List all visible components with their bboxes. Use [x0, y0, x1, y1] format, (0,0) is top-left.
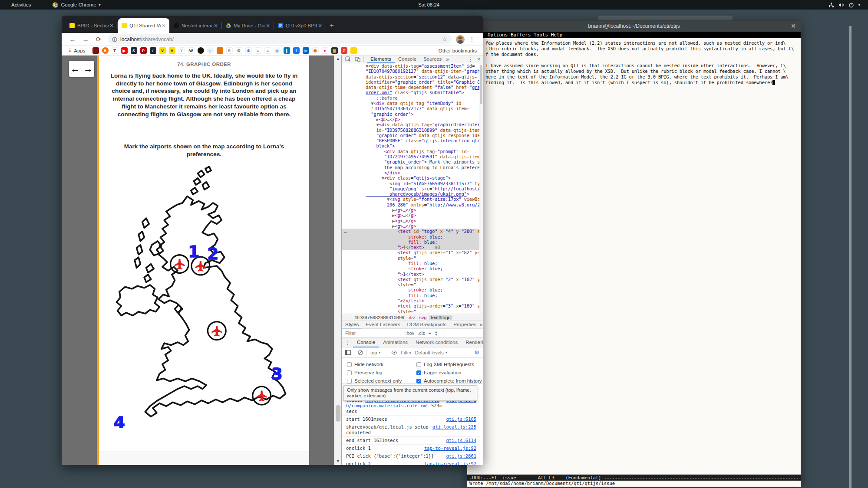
bookmark-facebook-icon[interactable]: f: [293, 47, 300, 54]
browser-tab[interactable]: BPIG - Section 3 Items✕: [66, 18, 117, 33]
checkbox-preserve-log[interactable]: Preserve log: [347, 370, 383, 376]
bookmark-r-icon[interactable]: R: [226, 47, 233, 54]
console-sidebar-icon[interactable]: [345, 350, 351, 355]
back-button[interactable]: ←: [66, 36, 79, 43]
bookmark-v-yellow-icon[interactable]: V: [159, 47, 166, 54]
breadcrumb-item[interactable]: svg: [417, 315, 428, 320]
elements-tree[interactable]: ▼<div data-qtijs-tag="assessmentItem" id…: [342, 63, 480, 314]
chevron-down-icon[interactable]: ▾: [858, 3, 860, 7]
prev-item-arrow[interactable]: ←: [70, 63, 80, 75]
dom-tree-node[interactable]: "ID1545071436472177" data-qtijs-item=: [342, 106, 480, 111]
order-label-3[interactable]: 3: [271, 364, 283, 383]
tab-styles[interactable]: Styles: [342, 321, 362, 329]
bookmark-pinboard-icon[interactable]: P: [140, 47, 147, 54]
emacs-buffer[interactable]: few places where the Information Model (…: [467, 38, 801, 475]
page-scrollbar[interactable]: ▲ ▼: [334, 56, 341, 465]
dom-tree-node[interactable]: ::before: [342, 95, 480, 101]
activities-button[interactable]: Activities: [11, 2, 31, 7]
dom-tree-node[interactable]: ▼<div data-qtijs-tag="graphicOrderIntera…: [342, 122, 480, 127]
dom-tree-node[interactable]: ▶<g>…</g>: [342, 218, 480, 223]
bookmark-tag-icon[interactable]: [350, 47, 357, 54]
source-link[interactable]: tap-to-reveal.js:92: [424, 445, 476, 451]
power-icon[interactable]: [848, 2, 854, 8]
bookmark-star-icon[interactable]: ☆: [442, 36, 447, 43]
network-icon[interactable]: [828, 2, 834, 8]
dom-tree-node[interactable]: </div>: [342, 170, 480, 175]
bookmark-youtube-icon[interactable]: ▶: [121, 47, 128, 54]
bookmark-slashdot-icon[interactable]: S: [131, 47, 137, 54]
dom-tree-node[interactable]: ▼<div class="qtijs-stage">: [342, 175, 480, 180]
other-bookmarks[interactable]: Other bookmarks: [439, 48, 477, 53]
address-bar[interactable]: localhost/sharedvocab/ ☆: [108, 34, 452, 44]
dom-tree-node[interactable]: identifier="graphic_order" title="Graphi…: [342, 79, 480, 85]
checkbox-eager-evaluation[interactable]: ✓Eager evaluation: [416, 370, 461, 376]
tab-close-icon[interactable]: ✕: [213, 23, 219, 29]
dom-tree-node[interactable]: ▶<g>…</g>: [342, 207, 480, 213]
dom-tree-node[interactable]: fill: blue;: [342, 293, 480, 298]
airport-hotspot[interactable]: [171, 255, 189, 273]
console-settings-gear-icon[interactable]: ⚙: [474, 349, 479, 356]
checkbox-hide-network[interactable]: Hide network: [347, 361, 383, 367]
info-icon[interactable]: [112, 37, 117, 42]
elements-scrollbar[interactable]: [479, 63, 483, 314]
dom-tree-node[interactable]: ▶<g>…</g>: [342, 213, 480, 218]
drawer-tab-console[interactable]: Console: [353, 338, 379, 347]
bookmark-bag-icon[interactable]: ▥: [331, 47, 338, 54]
dom-tree-node[interactable]: sharedvocab/images/ukair.png">: [342, 191, 480, 197]
apps-shortcut[interactable]: ⠿ Apps: [69, 48, 86, 53]
source-link[interactable]: qti.js:6105: [446, 416, 476, 422]
tab-sources[interactable]: Sources: [420, 56, 445, 63]
terminal-titlebar[interactable]: brianm@localhost:~/Documents/qti/qtijs ✕: [467, 20, 801, 32]
dom-tree-node[interactable]: ">1</text>: [342, 272, 480, 277]
cls-toggle[interactable]: .cls: [418, 331, 425, 336]
bookmark-slash-icon[interactable]: /: [150, 47, 156, 54]
bookmark-github-icon[interactable]: [198, 47, 204, 54]
tab-close-icon[interactable]: ✕: [265, 23, 271, 29]
dom-tree-node[interactable]: block">: [342, 143, 480, 148]
dom-tree-node[interactable]: "graphic_order" data-qtijs-response-iden…: [342, 133, 480, 138]
new-tab-button[interactable]: +: [327, 21, 337, 31]
dom-tree-node[interactable]: "graphic_order"> Mark the airports shown…: [342, 159, 480, 164]
new-rule-button[interactable]: +: [429, 331, 431, 336]
bookmark-box-icon[interactable]: [217, 47, 223, 54]
tab-close-icon[interactable]: ✕: [109, 23, 115, 29]
more-styles-tabs-icon[interactable]: »: [480, 322, 483, 328]
dom-tree-node[interactable]: ▼<div data-qtijs-tag="assessmentItem" id…: [342, 63, 480, 69]
dom-tree-node[interactable]: data-qtijs-section="section12" data-qtij…: [342, 74, 480, 79]
dom-tree-node[interactable]: "graphic_order">: [342, 111, 480, 117]
console-filter-input[interactable]: Filter: [401, 350, 411, 355]
order-label-1[interactable]: 1: [188, 242, 199, 261]
drawer-kebab-icon[interactable]: ⋮: [345, 340, 350, 346]
more-tabs-icon[interactable]: »: [446, 56, 449, 62]
tab-close-icon[interactable]: ✕: [317, 23, 323, 29]
breadcrumb-item[interactable]: ...: [344, 315, 352, 320]
dom-tree-node[interactable]: stroke: blue;: [342, 287, 480, 292]
dom-tree-node[interactable]: stroke: blue;: [342, 266, 480, 271]
dom-tree-node[interactable]: ▶<p>…</p>: [342, 117, 480, 122]
app-menu[interactable]: Google Chrome ▾: [53, 2, 100, 8]
scrollbar-thumb[interactable]: [336, 405, 340, 422]
source-link[interactable]: qti.js:2861: [446, 453, 476, 459]
reload-button[interactable]: ⟳: [92, 36, 105, 43]
dom-tree-node[interactable]: stroke: blue;: [342, 234, 480, 239]
bookmark-list-icon[interactable]: ≡: [264, 47, 271, 54]
dom-tree-node[interactable]: style=": [342, 282, 480, 287]
source-link[interactable]: tap-to-reveal.js:92: [424, 461, 476, 465]
device-toolbar-icon[interactable]: [355, 56, 360, 62]
dom-tree-node[interactable]: ▼<svg style="font-size:17px" viewBox="0 …: [342, 197, 480, 202]
drawer-tab-rendering[interactable]: Rendering: [462, 338, 483, 347]
dom-tree-node[interactable]: fill: blue;: [342, 261, 480, 266]
graphic-order-stage[interactable]: 1234: [110, 161, 307, 428]
bookmark-z-red-icon[interactable]: Z: [341, 47, 347, 54]
tab-event-listeners[interactable]: Event Listeners: [362, 321, 403, 329]
drawer-tab-animations[interactable]: Animations: [379, 338, 412, 347]
clock[interactable]: Sat 08:24: [418, 2, 439, 7]
scroll-down-icon[interactable]: ▼: [336, 459, 340, 463]
scroll-up-icon[interactable]: ▲: [336, 56, 340, 61]
bookmark-imdb-icon[interactable]: [92, 47, 99, 54]
browser-tab[interactable]: QTI Shared Vocabulary✕: [118, 18, 169, 33]
breadcrumb-item[interactable]: #ID3975682886310899: [353, 315, 406, 320]
bookmark-gear-icon[interactable]: ⚙: [236, 47, 242, 54]
bookmark-blogger-icon[interactable]: B: [102, 47, 109, 54]
dom-tree-node[interactable]: ▼<div data-qtijs-tag="itemBody" id=: [342, 101, 480, 106]
